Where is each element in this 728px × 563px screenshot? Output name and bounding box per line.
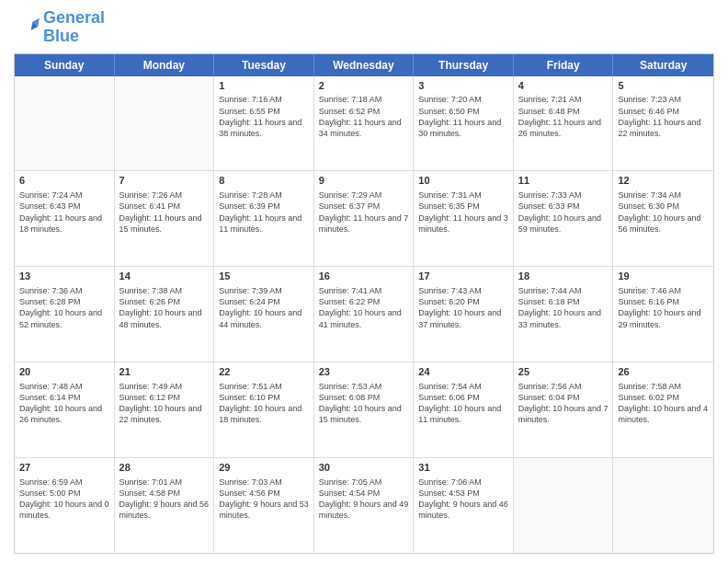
- day-number: 26: [618, 365, 709, 379]
- calendar-row: 1Sunrise: 7:16 AMSunset: 6:55 PMDaylight…: [15, 76, 713, 171]
- day-info: Sunrise: 7:39 AMSunset: 6:24 PMDaylight:…: [219, 285, 309, 330]
- day-number: 20: [19, 365, 109, 379]
- day-number: 10: [418, 174, 508, 188]
- calendar-cell: 14Sunrise: 7:38 AMSunset: 6:26 PMDayligh…: [115, 267, 215, 362]
- day-number: 3: [418, 79, 508, 93]
- calendar-cell: 17Sunrise: 7:43 AMSunset: 6:20 PMDayligh…: [414, 267, 514, 362]
- day-info: Sunrise: 7:18 AMSunset: 6:52 PMDaylight:…: [319, 94, 409, 139]
- calendar-cell: 16Sunrise: 7:41 AMSunset: 6:22 PMDayligh…: [314, 267, 415, 362]
- calendar-cell: 15Sunrise: 7:39 AMSunset: 6:24 PMDayligh…: [214, 267, 314, 362]
- weekday-header: Sunday: [15, 54, 115, 76]
- calendar-cell: [115, 76, 215, 171]
- day-info: Sunrise: 7:58 AMSunset: 6:02 PMDaylight:…: [618, 381, 709, 426]
- calendar-row: 20Sunrise: 7:48 AMSunset: 6:14 PMDayligh…: [15, 362, 713, 457]
- day-info: Sunrise: 7:01 AMSunset: 4:58 PMDaylight:…: [119, 477, 210, 522]
- day-info: Sunrise: 7:48 AMSunset: 6:14 PMDaylight:…: [19, 381, 109, 426]
- calendar-cell: [514, 458, 614, 553]
- day-number: 6: [19, 174, 109, 188]
- calendar-cell: [15, 76, 115, 171]
- calendar-cell: 5Sunrise: 7:23 AMSunset: 6:46 PMDaylight…: [613, 76, 713, 171]
- calendar-cell: 12Sunrise: 7:34 AMSunset: 6:30 PMDayligh…: [613, 171, 713, 266]
- day-info: Sunrise: 7:38 AMSunset: 6:26 PMDaylight:…: [119, 285, 210, 330]
- day-info: Sunrise: 7:23 AMSunset: 6:46 PMDaylight:…: [618, 94, 709, 139]
- calendar-cell: 13Sunrise: 7:36 AMSunset: 6:28 PMDayligh…: [15, 267, 115, 362]
- day-number: 13: [19, 270, 109, 283]
- calendar-cell: 31Sunrise: 7:06 AMSunset: 4:53 PMDayligh…: [414, 458, 514, 553]
- calendar-cell: 27Sunrise: 6:59 AMSunset: 5:00 PMDayligh…: [15, 458, 115, 553]
- calendar-header: SundayMondayTuesdayWednesdayThursdayFrid…: [15, 54, 713, 76]
- calendar-cell: 1Sunrise: 7:16 AMSunset: 6:55 PMDaylight…: [214, 76, 314, 171]
- calendar-cell: 10Sunrise: 7:31 AMSunset: 6:35 PMDayligh…: [414, 171, 514, 266]
- weekday-header: Monday: [115, 54, 215, 76]
- weekday-header: Saturday: [613, 54, 713, 76]
- calendar-cell: 4Sunrise: 7:21 AMSunset: 6:48 PMDaylight…: [514, 76, 614, 171]
- day-number: 31: [418, 461, 508, 475]
- day-number: 27: [19, 461, 109, 475]
- day-info: Sunrise: 7:41 AMSunset: 6:22 PMDaylight:…: [319, 285, 409, 330]
- weekday-header: Thursday: [414, 54, 514, 76]
- calendar-body: 1Sunrise: 7:16 AMSunset: 6:55 PMDaylight…: [15, 76, 713, 553]
- calendar-cell: [613, 458, 713, 553]
- calendar-cell: 11Sunrise: 7:33 AMSunset: 6:33 PMDayligh…: [514, 171, 614, 266]
- day-info: Sunrise: 7:29 AMSunset: 6:37 PMDaylight:…: [319, 190, 409, 235]
- calendar-cell: 23Sunrise: 7:53 AMSunset: 6:08 PMDayligh…: [314, 362, 415, 457]
- day-info: Sunrise: 7:20 AMSunset: 6:50 PMDaylight:…: [418, 94, 508, 139]
- day-number: 24: [418, 365, 508, 379]
- day-number: 12: [618, 174, 709, 188]
- weekday-header: Wednesday: [314, 54, 415, 76]
- calendar: SundayMondayTuesdayWednesdayThursdayFrid…: [14, 53, 714, 554]
- calendar-cell: 20Sunrise: 7:48 AMSunset: 6:14 PMDayligh…: [15, 362, 115, 457]
- day-info: Sunrise: 7:31 AMSunset: 6:35 PMDaylight:…: [418, 190, 508, 235]
- calendar-cell: 21Sunrise: 7:49 AMSunset: 6:12 PMDayligh…: [115, 362, 215, 457]
- day-number: 1: [219, 79, 309, 93]
- day-number: 30: [319, 461, 409, 475]
- day-number: 8: [219, 174, 309, 188]
- calendar-row: 13Sunrise: 7:36 AMSunset: 6:28 PMDayligh…: [15, 266, 713, 362]
- day-info: Sunrise: 7:44 AMSunset: 6:18 PMDaylight:…: [518, 285, 609, 330]
- day-number: 4: [518, 79, 609, 93]
- day-number: 23: [319, 365, 409, 379]
- calendar-row: 27Sunrise: 6:59 AMSunset: 5:00 PMDayligh…: [15, 457, 713, 553]
- calendar-cell: 3Sunrise: 7:20 AMSunset: 6:50 PMDaylight…: [414, 76, 514, 171]
- day-info: Sunrise: 7:49 AMSunset: 6:12 PMDaylight:…: [119, 381, 210, 426]
- calendar-cell: 8Sunrise: 7:28 AMSunset: 6:39 PMDaylight…: [214, 171, 314, 266]
- calendar-cell: 22Sunrise: 7:51 AMSunset: 6:10 PMDayligh…: [214, 362, 314, 457]
- weekday-header: Tuesday: [214, 54, 314, 76]
- logo-icon: [14, 15, 40, 40]
- calendar-cell: 18Sunrise: 7:44 AMSunset: 6:18 PMDayligh…: [514, 267, 614, 362]
- day-number: 5: [618, 79, 709, 93]
- logo-text: General Blue: [43, 9, 105, 46]
- day-info: Sunrise: 7:54 AMSunset: 6:06 PMDaylight:…: [418, 381, 508, 426]
- calendar-cell: 9Sunrise: 7:29 AMSunset: 6:37 PMDaylight…: [314, 171, 415, 266]
- day-info: Sunrise: 6:59 AMSunset: 5:00 PMDaylight:…: [19, 477, 109, 522]
- day-number: 22: [219, 365, 309, 379]
- weekday-header: Friday: [514, 54, 614, 76]
- day-number: 28: [119, 461, 210, 475]
- day-number: 14: [119, 270, 210, 283]
- day-number: 2: [319, 79, 409, 93]
- day-info: Sunrise: 7:43 AMSunset: 6:20 PMDaylight:…: [418, 285, 508, 330]
- calendar-cell: 7Sunrise: 7:26 AMSunset: 6:41 PMDaylight…: [115, 171, 215, 266]
- page: General Blue SundayMondayTuesdayWednesda…: [0, 0, 728, 563]
- day-info: Sunrise: 7:36 AMSunset: 6:28 PMDaylight:…: [19, 285, 109, 330]
- day-info: Sunrise: 7:46 AMSunset: 6:16 PMDaylight:…: [618, 285, 709, 330]
- calendar-row: 6Sunrise: 7:24 AMSunset: 6:43 PMDaylight…: [15, 170, 713, 266]
- day-info: Sunrise: 7:16 AMSunset: 6:55 PMDaylight:…: [219, 94, 309, 139]
- day-info: Sunrise: 7:33 AMSunset: 6:33 PMDaylight:…: [518, 190, 609, 235]
- day-info: Sunrise: 7:26 AMSunset: 6:41 PMDaylight:…: [119, 190, 210, 235]
- day-info: Sunrise: 7:56 AMSunset: 6:04 PMDaylight:…: [518, 381, 609, 426]
- day-number: 16: [319, 270, 409, 283]
- calendar-cell: 6Sunrise: 7:24 AMSunset: 6:43 PMDaylight…: [15, 171, 115, 266]
- day-info: Sunrise: 7:34 AMSunset: 6:30 PMDaylight:…: [618, 190, 709, 235]
- day-info: Sunrise: 7:51 AMSunset: 6:10 PMDaylight:…: [219, 381, 309, 426]
- calendar-cell: 19Sunrise: 7:46 AMSunset: 6:16 PMDayligh…: [613, 267, 713, 362]
- calendar-cell: 30Sunrise: 7:05 AMSunset: 4:54 PMDayligh…: [314, 458, 415, 553]
- day-info: Sunrise: 7:28 AMSunset: 6:39 PMDaylight:…: [219, 190, 309, 235]
- day-number: 15: [219, 270, 309, 283]
- calendar-cell: 28Sunrise: 7:01 AMSunset: 4:58 PMDayligh…: [115, 458, 215, 553]
- calendar-cell: 29Sunrise: 7:03 AMSunset: 4:56 PMDayligh…: [214, 458, 314, 553]
- day-number: 19: [618, 270, 709, 283]
- day-info: Sunrise: 7:24 AMSunset: 6:43 PMDaylight:…: [19, 190, 109, 235]
- day-number: 17: [418, 270, 508, 283]
- day-info: Sunrise: 7:53 AMSunset: 6:08 PMDaylight:…: [319, 381, 409, 426]
